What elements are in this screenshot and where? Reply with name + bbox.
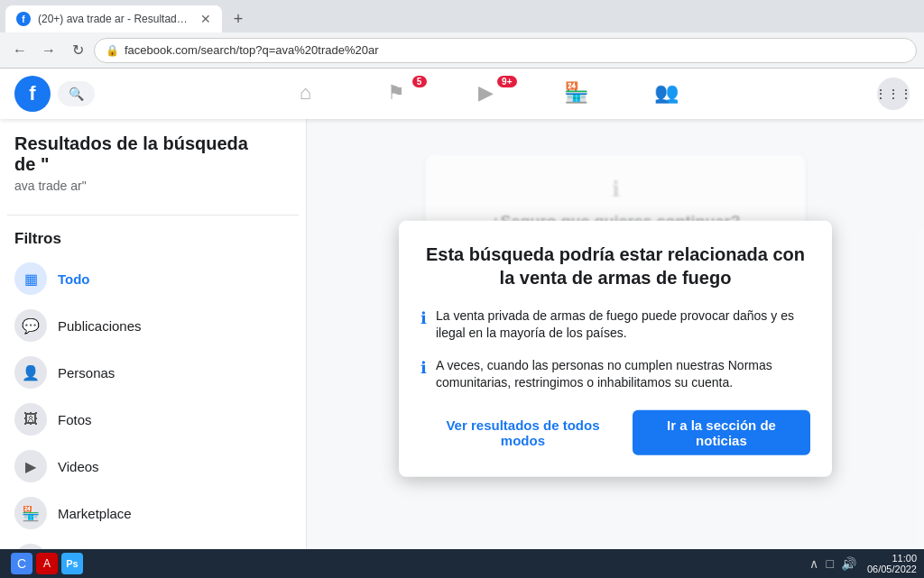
filter-all-label: Todo — [58, 271, 90, 287]
modal-item-text-2: A veces, cuando las personas no cumplen … — [436, 357, 810, 392]
nav-marketplace[interactable]: 🏪 — [531, 72, 622, 115]
facebook-nav-right: ⋮⋮⋮ — [877, 78, 910, 110]
browser-nav-bar: ← → ↻ 🔒 facebook.com/search/top?q=ava%20… — [0, 32, 924, 69]
search-query-text: ava trade ar" — [7, 179, 299, 207]
taskbar-clock: 11:00 06/05/2022 — [867, 553, 917, 574]
network-icon: □ — [826, 556, 833, 571]
browser-tab-bar: f (20+) ava trade ar - Resultados de... … — [0, 0, 924, 32]
go-to-news-button[interactable]: Ir a la sección de noticias — [633, 410, 810, 455]
see-results-anyway-button[interactable]: Ver resultados de todos modos — [420, 410, 625, 455]
tab-title: (20+) ava trade ar - Resultados de... — [38, 13, 193, 25]
modal-info-icon-1: ℹ — [420, 307, 427, 327]
modal-item-1: ℹ La venta privada de armas de fuego pue… — [420, 307, 810, 342]
taskbar-date-display: 06/05/2022 — [867, 564, 917, 574]
filter-publications-label: Publicaciones — [58, 318, 142, 334]
modal-actions: Ver resultados de todos modos Ir a la se… — [420, 410, 810, 455]
filter-marketplace-label: Marketplace — [58, 506, 132, 521]
divider — [7, 215, 299, 216]
notifications-badge: 5 — [412, 76, 427, 87]
filter-photos-label: Fotos — [58, 412, 92, 427]
url-bar[interactable]: 🔒 facebook.com/search/top?q=ava%20trade%… — [94, 38, 917, 63]
facebook-search-bar[interactable]: 🔍 — [58, 81, 95, 106]
left-sidebar: Resultados de la búsqueda de " ava trade… — [0, 119, 307, 578]
modal-item-text-1: La venta privada de armas de fuego puede… — [436, 307, 810, 342]
facebook-nav-center: ⌂ ⚑ 5 ▶ 9+ 🏪 👥 — [95, 72, 877, 115]
filter-label: Filtros — [7, 223, 299, 255]
tab-favicon: f — [16, 12, 31, 26]
facebook-logo[interactable]: f — [14, 76, 51, 112]
taskbar-time-display: 11:00 — [867, 553, 917, 564]
search-icon: 🔍 — [69, 87, 84, 101]
nav-groups[interactable]: 👥 — [622, 72, 712, 115]
filter-marketplace[interactable]: 🏪 Marketplace — [7, 490, 299, 537]
taskbar: C A Ps ∧ □ 🔊 11:00 06/05/2022 — [0, 549, 924, 578]
filter-publications-icon: 💬 — [14, 309, 47, 342]
close-tab-button[interactable]: ✕ — [200, 12, 211, 26]
filter-all-icon: ▦ — [14, 262, 47, 295]
filter-videos-label: Videos — [58, 459, 99, 474]
taskbar-app-chrome[interactable]: C — [11, 553, 32, 574]
filter-marketplace-icon: 🏪 — [14, 497, 47, 529]
taskbar-app-ps[interactable]: Ps — [61, 553, 83, 574]
modal-dialog: Esta búsqueda podría estar relacionada c… — [399, 220, 832, 476]
taskbar-system-icons: ∧ □ 🔊 — [809, 556, 855, 571]
refresh-button[interactable]: ↻ — [65, 38, 90, 63]
url-text: facebook.com/search/top?q=ava%20trade%20… — [125, 43, 379, 57]
filter-videos-icon: ▶ — [14, 450, 47, 482]
taskbar-apps: C A Ps — [11, 553, 83, 574]
filter-photos[interactable]: 🖼 Fotos — [7, 396, 299, 443]
filter-videos[interactable]: ▶ Videos — [7, 443, 299, 490]
filter-publications[interactable]: 💬 Publicaciones — [7, 302, 299, 349]
modal-title: Esta búsqueda podría estar relacionada c… — [420, 242, 810, 289]
modal-item-2: ℹ A veces, cuando las personas no cumple… — [420, 357, 810, 392]
up-arrow-icon: ∧ — [809, 556, 818, 571]
nav-home[interactable]: ⌂ — [261, 72, 351, 115]
filter-all[interactable]: ▦ Todo — [7, 255, 299, 302]
right-content: ℹ ¿Seguro que quieres continuar? El térm… — [307, 119, 924, 578]
filter-photos-icon: 🖼 — [14, 403, 47, 436]
watch-badge: 9+ — [497, 76, 516, 87]
facebook-topbar: f 🔍 ⌂ ⚑ 5 ▶ 9+ 🏪 👥 ⋮⋮⋮ — [0, 69, 924, 119]
filter-people-label: Personas — [58, 365, 115, 381]
volume-icon: 🔊 — [841, 556, 856, 571]
nav-watch[interactable]: ▶ 9+ — [441, 72, 531, 115]
taskbar-app-red[interactable]: A — [36, 553, 58, 574]
modal-info-icon-2: ℹ — [420, 358, 427, 378]
filter-people-icon: 👤 — [14, 356, 47, 389]
lock-icon: 🔒 — [106, 44, 119, 57]
search-title: Resultados de la búsqueda de " — [7, 133, 299, 179]
main-layout: Resultados de la búsqueda de " ava trade… — [0, 119, 924, 578]
menu-button[interactable]: ⋮⋮⋮ — [877, 78, 910, 110]
new-tab-button[interactable]: + — [226, 6, 251, 32]
nav-notifications[interactable]: ⚑ 5 — [351, 72, 441, 115]
back-button[interactable]: ← — [7, 38, 32, 63]
browser-tab[interactable]: f (20+) ava trade ar - Resultados de... … — [5, 5, 222, 32]
forward-button[interactable]: → — [36, 38, 61, 63]
filter-people[interactable]: 👤 Personas — [7, 349, 299, 396]
